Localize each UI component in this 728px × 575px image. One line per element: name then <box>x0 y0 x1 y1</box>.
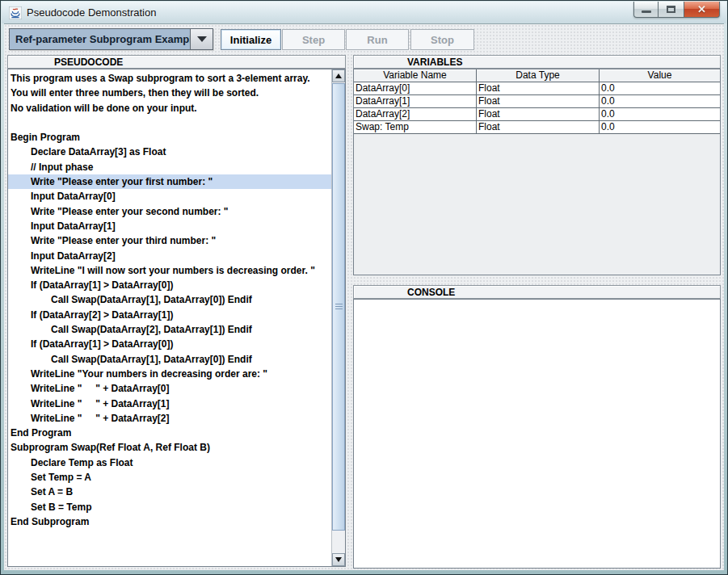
arrow-down-icon <box>335 557 342 562</box>
variables-table-cell: DataArray[0] <box>354 82 477 94</box>
pseudocode-line[interactable]: Subprogram Swap(Ref Float A, Ref Float B… <box>8 440 331 455</box>
pseudocode-line[interactable]: WriteLine " " + DataArray[1] <box>8 397 331 411</box>
scrollbar-grip-icon <box>335 304 343 310</box>
initialize-button[interactable]: Initialize <box>221 29 281 50</box>
console-title: CONSOLE <box>407 287 455 298</box>
variables-table-cell: DataArray[1] <box>354 95 477 107</box>
variables-title: VARIABLES <box>407 57 462 68</box>
close-button[interactable]: ✕ <box>684 2 720 18</box>
step-button[interactable]: Step <box>282 29 345 50</box>
pseudocode-line[interactable]: If (DataArray[1] > DataArray[0]) <box>8 278 331 292</box>
column-header-variable-name[interactable]: Variable Name <box>354 69 477 82</box>
scroll-up-button[interactable] <box>332 69 345 82</box>
variables-table-body: DataArray[0]Float0.0DataArray[1]Float0.0… <box>354 82 720 134</box>
pseudocode-line[interactable]: Write "Please enter your second number: … <box>8 204 331 219</box>
client-area: Ref-parameter Subprogram Example A Initi… <box>4 23 724 570</box>
pseudocode-line[interactable]: WriteLine "Your numbers in decreasing or… <box>8 367 331 381</box>
variables-table-cell: Float <box>477 82 600 94</box>
pseudocode-scrollpane: This program uses a Swap subprogram to s… <box>7 69 346 567</box>
pseudocode-line[interactable]: Input DataArray[2] <box>8 249 331 263</box>
variables-table-cell: 0.0 <box>600 108 720 120</box>
variables-table-cell: 0.0 <box>600 121 720 133</box>
variables-table-cell: Swap: Temp <box>354 121 477 133</box>
window-title: Pseudocode Demonstration <box>27 6 156 19</box>
pseudocode-line[interactable]: Input DataArray[1] <box>8 219 331 233</box>
pseudocode-line[interactable] <box>8 115 331 130</box>
stop-button[interactable]: Stop <box>410 29 474 50</box>
variables-panel-header: VARIABLES <box>353 55 721 69</box>
column-header-data-type[interactable]: Data Type <box>477 69 600 82</box>
variables-table: Variable Name Data Type Value DataArray[… <box>353 69 721 275</box>
close-icon: ✕ <box>697 4 706 15</box>
console-panel-header: CONSOLE <box>353 285 721 299</box>
pseudocode-line[interactable]: WriteLine " " + DataArray[2] <box>8 411 331 426</box>
pseudocode-line-current[interactable]: Write "Please enter your first number: " <box>8 174 331 189</box>
pseudocode-line[interactable]: This program uses a Swap subprogram to s… <box>8 71 331 86</box>
pseudocode-line[interactable]: End Subprogram <box>8 514 331 529</box>
column-header-value[interactable]: Value <box>600 69 720 82</box>
console-output[interactable] <box>353 299 721 569</box>
pseudocode-line[interactable]: Declare DataArray[3] as Float <box>8 145 331 159</box>
pseudocode-line[interactable]: Set B = Temp <box>8 500 331 514</box>
minimize-icon <box>642 10 651 13</box>
titlebar[interactable]: Pseudocode Demonstration ✕ <box>2 2 726 23</box>
maximize-button[interactable] <box>659 2 684 18</box>
pseudocode-vertical-scrollbar[interactable] <box>331 69 345 566</box>
pseudocode-panel-header: PSEUDOCODE <box>7 55 346 69</box>
variables-table-cell: Float <box>477 108 600 120</box>
arrow-up-icon <box>335 73 342 78</box>
variables-table-row[interactable]: DataArray[1]Float0.0 <box>354 95 720 108</box>
pseudocode-line[interactable]: Input DataArray[0] <box>8 189 331 204</box>
app-window: Pseudocode Demonstration ✕ Ref-parameter… <box>0 0 728 575</box>
pseudocode-line[interactable]: Begin Program <box>8 130 331 145</box>
pseudocode-line[interactable]: WriteLine "I will now sort your numbers … <box>8 263 331 278</box>
java-app-icon <box>9 6 22 19</box>
window-controls: ✕ <box>633 2 720 18</box>
variables-table-row[interactable]: Swap: TempFloat0.0 <box>354 121 720 134</box>
pseudocode-line[interactable]: Call Swap(DataArray[2], DataArray[1]) En… <box>8 322 331 337</box>
pseudocode-line[interactable]: Declare Temp as Float <box>8 455 331 470</box>
pseudocode-line[interactable]: Call Swap(DataArray[1], DataArray[0]) En… <box>8 292 331 307</box>
scroll-down-button[interactable] <box>332 553 345 566</box>
chevron-down-icon <box>197 36 207 42</box>
pseudocode-line[interactable]: End Program <box>8 426 331 440</box>
pseudocode-line[interactable]: If (DataArray[2] > DataArray[1]) <box>8 308 331 322</box>
pseudocode-lines[interactable]: This program uses a Swap subprogram to s… <box>8 69 331 566</box>
pseudocode-line[interactable]: Call Swap(DataArray[1], DataArray[0]) En… <box>8 352 331 367</box>
pseudocode-line[interactable]: If (DataArray[1] > DataArray[0]) <box>8 337 331 351</box>
pseudocode-line[interactable]: Set Temp = A <box>8 470 331 485</box>
pseudocode-line[interactable]: No validation will be done on your input… <box>8 101 331 115</box>
variables-table-cell: 0.0 <box>600 95 720 107</box>
run-button[interactable]: Run <box>346 29 409 50</box>
example-selector-combobox[interactable]: Ref-parameter Subprogram Example A <box>9 28 213 50</box>
pseudocode-line[interactable]: WriteLine " " + DataArray[0] <box>8 381 331 396</box>
variables-table-cell: Float <box>477 95 600 107</box>
pseudocode-line[interactable]: // Input phase <box>8 160 331 174</box>
scrollbar-thumb[interactable] <box>332 83 345 531</box>
pseudocode-line[interactable]: You will enter three numbers, then they … <box>8 86 331 100</box>
maximize-icon <box>667 6 675 13</box>
minimize-button[interactable] <box>633 2 659 18</box>
combo-dropdown-button[interactable] <box>190 29 213 49</box>
pseudocode-line[interactable]: Set A = B <box>8 485 331 499</box>
variables-table-header[interactable]: Variable Name Data Type Value <box>354 69 720 82</box>
variables-table-cell: 0.0 <box>600 82 720 94</box>
pseudocode-title: PSEUDOCODE <box>54 57 123 68</box>
variables-table-cell: DataArray[2] <box>354 108 477 120</box>
pseudocode-line[interactable]: Write "Please enter your third number: " <box>8 233 331 248</box>
variables-table-row[interactable]: DataArray[2]Float0.0 <box>354 108 720 121</box>
variables-table-cell: Float <box>477 121 600 133</box>
example-selector-value: Ref-parameter Subprogram Example A <box>10 29 190 49</box>
variables-table-row[interactable]: DataArray[0]Float0.0 <box>354 82 720 95</box>
